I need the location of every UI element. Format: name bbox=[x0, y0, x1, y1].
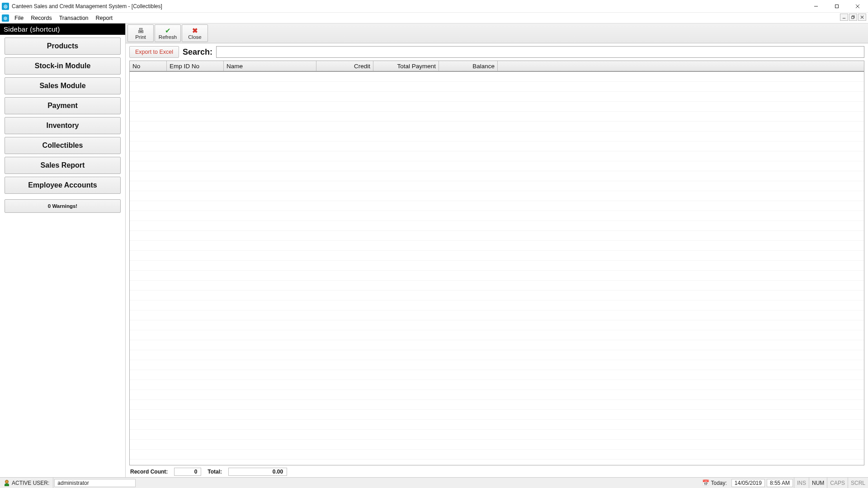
sidebar-products[interactable]: Products bbox=[5, 38, 121, 55]
grid-body[interactable] bbox=[130, 72, 864, 465]
svg-rect-0 bbox=[835, 5, 839, 8]
calendar-icon: 📅 bbox=[702, 480, 709, 486]
app-icon: ◎ bbox=[2, 3, 9, 10]
col-total[interactable]: Total Payment bbox=[373, 61, 439, 71]
status-today-segment: 📅 Today: bbox=[698, 478, 731, 488]
grid-header: No Emp ID No Name Credit Total Payment B… bbox=[130, 61, 864, 72]
sidebar-sales-report[interactable]: Sales Report bbox=[5, 157, 121, 174]
sidebar-stock-in[interactable]: Stock-in Module bbox=[5, 57, 121, 75]
search-input[interactable] bbox=[216, 46, 864, 58]
record-count-value: 0 bbox=[174, 468, 201, 476]
sidebar-sales-module[interactable]: Sales Module bbox=[5, 77, 121, 94]
close-icon: ✖ bbox=[192, 27, 198, 34]
mdi-close-button[interactable] bbox=[858, 14, 866, 21]
status-num: NUM bbox=[809, 478, 827, 488]
window-title: Canteen Sales and Credit Management Syst… bbox=[12, 3, 806, 9]
menu-records[interactable]: Records bbox=[27, 14, 56, 22]
status-caps: CAPS bbox=[827, 478, 848, 488]
today-time: 8:55 AM bbox=[767, 479, 793, 487]
search-row: Export to Excel Search: bbox=[126, 43, 868, 61]
today-date: 14/05/2019 bbox=[731, 479, 765, 487]
record-count-label: Record Count: bbox=[130, 469, 168, 475]
minimize-button[interactable] bbox=[806, 0, 826, 13]
active-user-label: ACTIVE USER: bbox=[12, 480, 49, 486]
close-window-button[interactable] bbox=[847, 0, 868, 13]
user-icon bbox=[4, 480, 10, 486]
col-balance[interactable]: Balance bbox=[439, 61, 498, 71]
menubar: ◎ File Records Transaction Report bbox=[0, 13, 868, 23]
total-value: 0.00 bbox=[228, 468, 287, 476]
sidebar-warnings[interactable]: 0 Warnings! bbox=[5, 199, 121, 213]
col-name[interactable]: Name bbox=[224, 61, 316, 71]
grid-footer: Record Count: 0 Total: 0.00 bbox=[126, 466, 868, 477]
close-button[interactable]: ✖ Close bbox=[182, 24, 208, 42]
col-emp-id[interactable]: Emp ID No bbox=[167, 61, 224, 71]
mdi-minimize-button[interactable] bbox=[840, 14, 848, 21]
sidebar-collectibles[interactable]: Collectibles bbox=[5, 137, 121, 154]
col-spacer bbox=[498, 61, 864, 71]
print-icon: 🖶 bbox=[137, 27, 144, 34]
export-excel-button[interactable]: Export to Excel bbox=[129, 46, 179, 58]
today-label: Today: bbox=[711, 480, 727, 486]
close-label: Close bbox=[188, 34, 201, 40]
refresh-button[interactable]: ✔ Refresh bbox=[155, 24, 181, 42]
sidebar-inventory[interactable]: Inventory bbox=[5, 117, 121, 134]
print-button[interactable]: 🖶 Print bbox=[127, 24, 154, 42]
svg-rect-2 bbox=[852, 16, 854, 19]
total-label: Total: bbox=[208, 469, 222, 475]
statusbar: ACTIVE USER: administrator 📅 Today: 14/0… bbox=[0, 477, 868, 488]
status-ins: INS bbox=[794, 478, 809, 488]
sidebar-payment[interactable]: Payment bbox=[5, 97, 121, 114]
main-area: 🖶 Print ✔ Refresh ✖ Close Export to Exce… bbox=[126, 23, 868, 477]
data-grid[interactable]: No Emp ID No Name Credit Total Payment B… bbox=[129, 61, 864, 465]
maximize-button[interactable] bbox=[826, 0, 847, 13]
print-label: Print bbox=[135, 34, 146, 40]
mdi-window-controls bbox=[840, 14, 866, 21]
app-icon-small: ◎ bbox=[2, 14, 9, 22]
status-scrl: SCRL bbox=[848, 478, 868, 488]
toolbar: 🖶 Print ✔ Refresh ✖ Close bbox=[126, 23, 868, 43]
col-no[interactable]: No bbox=[130, 61, 167, 71]
sidebar: Sidebar (shortcut) Products Stock-in Mod… bbox=[0, 23, 126, 477]
titlebar: ◎ Canteen Sales and Credit Management Sy… bbox=[0, 0, 868, 13]
sidebar-header: Sidebar (shortcut) bbox=[0, 23, 125, 35]
col-credit[interactable]: Credit bbox=[316, 61, 373, 71]
menu-report[interactable]: Report bbox=[92, 14, 117, 22]
mdi-restore-button[interactable] bbox=[849, 14, 857, 21]
sidebar-employee-accounts[interactable]: Employee Accounts bbox=[5, 177, 121, 194]
active-user-value: administrator bbox=[54, 479, 136, 487]
refresh-label: Refresh bbox=[159, 34, 177, 40]
search-label: Search: bbox=[183, 47, 212, 57]
menu-file[interactable]: File bbox=[11, 14, 27, 22]
menu-transaction[interactable]: Transaction bbox=[56, 14, 92, 22]
status-user-segment: ACTIVE USER: bbox=[0, 478, 53, 488]
check-icon: ✔ bbox=[165, 27, 171, 34]
